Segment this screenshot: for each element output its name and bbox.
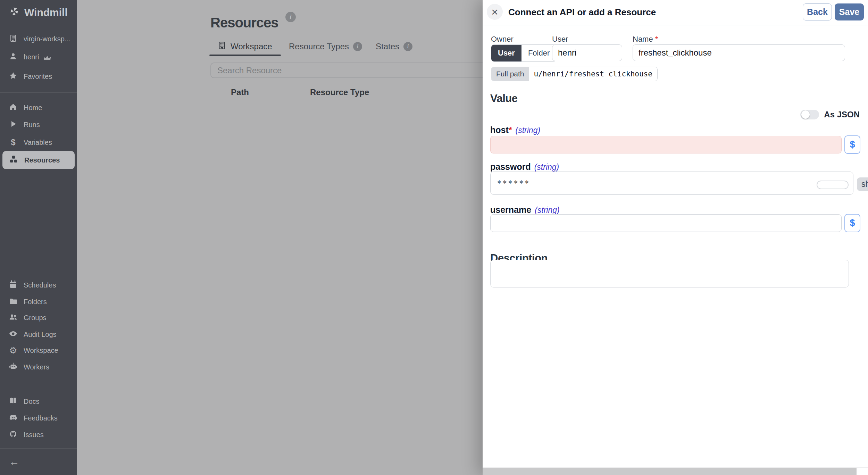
sidebar-item-resources-active[interactable]: Resources	[2, 151, 75, 169]
toggle-knob	[801, 110, 810, 119]
username-input[interactable]	[490, 214, 842, 232]
sidebar-item-feedbacks[interactable]: Feedbacks	[0, 410, 77, 426]
github-icon	[9, 430, 17, 440]
sidebar-item-docs[interactable]: Docs	[0, 393, 77, 410]
tab-label: Resource Types	[289, 42, 349, 51]
eye-icon	[9, 330, 17, 340]
sidebar-item-schedules[interactable]: Schedules	[0, 277, 77, 293]
field-type: (string)	[516, 126, 541, 135]
sidebar-divider	[0, 448, 77, 449]
book-icon	[9, 397, 17, 407]
page-title: Resources	[210, 15, 278, 31]
info-icon[interactable]	[353, 42, 362, 51]
sidebar-item-label: Feedbacks	[24, 414, 58, 422]
info-icon[interactable]	[403, 42, 412, 51]
star-icon	[9, 72, 17, 82]
sidebar-item-label: Groups	[24, 314, 47, 322]
sidebar-divider	[0, 22, 77, 22]
owner-folder-option[interactable]: Folder	[521, 45, 556, 61]
sidebar-item-label: Resources	[24, 156, 60, 164]
show-password-button[interactable]: sh	[857, 177, 868, 191]
app-logo[interactable]: Windmill	[8, 3, 68, 22]
name-field[interactable]	[633, 44, 845, 61]
play-icon	[9, 120, 17, 130]
as-json-label: As JSON	[824, 110, 860, 119]
home-icon	[9, 103, 17, 113]
workspace-name: virgin-worksp...	[24, 35, 70, 43]
owner-user-option[interactable]: User	[491, 45, 521, 61]
password-input[interactable]: ******	[490, 172, 853, 195]
sidebar-item-favorites[interactable]: Favorites	[0, 68, 77, 85]
tab-label: Workspace	[231, 42, 272, 51]
favorites-label: Favorites	[24, 73, 52, 81]
current-username: henri	[24, 53, 39, 61]
description-textarea[interactable]	[490, 260, 849, 288]
full-path-value: u/henri/freshest_clickhouse	[529, 67, 657, 81]
full-path-badge: Full path	[491, 67, 529, 81]
field-type: (string)	[534, 162, 559, 172]
info-icon[interactable]	[285, 12, 296, 22]
required-asterisk: *	[655, 35, 658, 43]
windmill-logo-icon	[8, 6, 20, 20]
insert-variable-button[interactable]: $	[844, 135, 860, 154]
tab-label: States	[376, 42, 399, 51]
sidebar-item-user[interactable]: henri	[0, 49, 77, 65]
column-header-path: Path	[231, 88, 249, 97]
sidebar-item-workspace-switcher[interactable]: virgin-worksp...	[0, 31, 77, 47]
gear-icon	[9, 346, 17, 355]
sidebar-item-label: Variables	[24, 139, 52, 147]
scrollbar-thumb[interactable]	[483, 468, 857, 475]
sidebar-item-workers[interactable]: Workers	[0, 359, 77, 375]
arrow-left-icon	[9, 458, 17, 467]
field-type: (string)	[535, 206, 560, 215]
sidebar-item-label: Audit Logs	[24, 331, 57, 339]
dollar-icon	[9, 138, 17, 147]
crown-icon	[43, 54, 49, 60]
tab-resource-types[interactable]: Resource Types	[289, 39, 362, 54]
sidebar-item-variables[interactable]: Variables	[0, 134, 77, 151]
discord-icon	[9, 413, 17, 423]
sidebar-item-groups[interactable]: Groups	[0, 309, 77, 326]
field-label-password: password(string)	[490, 162, 559, 172]
column-header-resource-type: Resource Type	[310, 88, 369, 97]
sidebar-item-audit-logs[interactable]: Audit Logs	[0, 326, 77, 343]
sidebar-item-label: Folders	[24, 298, 47, 306]
folder-icon	[9, 297, 17, 307]
sidebar-item-home[interactable]: Home	[0, 99, 77, 116]
resource-drawer: Connect an API or add a Resource Back Sa…	[483, 0, 868, 475]
as-json-toggle[interactable]	[800, 110, 819, 119]
field-label-username: username(string)	[490, 205, 560, 215]
sidebar-item-label: Workers	[24, 363, 49, 371]
tab-workspace[interactable]: Workspace	[217, 39, 272, 54]
drawer-title: Connect an API or add a Resource	[508, 7, 656, 18]
field-label-host: host*(string)	[490, 125, 540, 135]
insert-variable-button[interactable]: $	[844, 214, 860, 232]
owner-label: Owner	[491, 35, 514, 44]
as-json-row: As JSON	[800, 110, 860, 119]
sidebar-item-folders[interactable]: Folders	[0, 293, 77, 310]
user-label: User	[552, 35, 568, 44]
save-button[interactable]: Save	[835, 3, 864, 20]
user-field[interactable]	[552, 44, 622, 61]
host-input[interactable]	[490, 136, 842, 153]
password-inner-pill[interactable]	[817, 181, 849, 189]
full-path: Full path u/henri/freshest_clickhouse	[491, 67, 658, 81]
sidebar-collapse-button[interactable]	[0, 454, 77, 470]
tab-states[interactable]: States	[376, 39, 412, 54]
sidebar-item-issues[interactable]: Issues	[0, 426, 77, 443]
value-heading: Value	[490, 92, 518, 105]
sidebar-item-workspace-settings[interactable]: Workspace	[0, 342, 77, 359]
users-icon	[9, 313, 17, 323]
user-icon	[9, 52, 17, 62]
name-label: Name *	[633, 35, 658, 44]
sidebar-item-runs[interactable]: Runs	[0, 116, 77, 133]
sidebar-item-label: Workspace	[24, 347, 58, 355]
sidebar-item-label: Docs	[24, 398, 40, 406]
building-icon	[9, 34, 17, 44]
back-button[interactable]: Back	[803, 3, 832, 20]
drawer-header: Connect an API or add a Resource Back Sa…	[483, 0, 868, 25]
app-name: Windmill	[24, 7, 68, 18]
windmill-app: Windmill virgin-worksp... henri Favorite…	[0, 0, 868, 475]
sidebar-item-label: Home	[24, 104, 42, 112]
close-icon[interactable]	[487, 4, 503, 20]
